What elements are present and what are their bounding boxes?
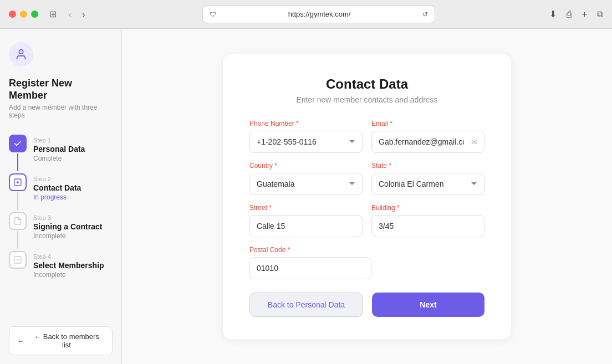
main-content: Contact Data Enter new member contacts a…	[122, 29, 612, 364]
back-to-members-label: ← Back to members list	[29, 332, 104, 349]
step-content-4: Step 4 Select Membership Incomplete	[33, 251, 104, 290]
step-line-1	[17, 153, 18, 171]
country-group: Country * Guatemala	[249, 162, 363, 195]
step-connector-1	[9, 135, 27, 172]
postal-row: Postal Code *	[249, 246, 484, 279]
step-line-3	[17, 231, 18, 249]
street-input[interactable]	[249, 215, 363, 237]
back-to-members-button[interactable]: ← ← Back to members list	[9, 326, 113, 355]
email-input[interactable]	[371, 131, 484, 153]
step-item-1: Step 1 Personal Data Complete	[9, 135, 113, 173]
forward-arrow-icon[interactable]: ›	[79, 8, 89, 21]
step-label-4: Step 4	[33, 253, 104, 260]
app-layout: Register New Member Add a new member wit…	[0, 29, 612, 364]
maximize-button[interactable]	[31, 11, 38, 18]
step-connector-4	[9, 251, 27, 269]
phone-label: Phone Number *	[249, 120, 363, 127]
step-icon-1	[9, 135, 27, 152]
step-label-1: Step 1	[33, 137, 85, 143]
lock-icon: 🛡	[210, 11, 216, 18]
step-item-4: Step 4 Select Membership Incomplete	[9, 251, 113, 290]
step-label-3: Step 3	[33, 214, 102, 221]
country-state-row: Country * Guatemala State * Colonia El C…	[249, 162, 484, 195]
browser-chrome: ⊞ ‹ › 🛡 https://gymtek.com/ ↺ ⬇ ⎙ + ⧉	[0, 0, 612, 29]
back-arrow-left-icon: ←	[17, 337, 24, 345]
step-item-3: Step 3 Signing a Contract Incomplete	[9, 212, 113, 251]
step-content-2: Step 2 Contact Data In progress	[33, 173, 81, 212]
form-actions: Back to Personal Data Next	[249, 293, 484, 317]
step-name-2: Contact Data	[33, 183, 81, 192]
address-bar[interactable]: 🛡 https://gymtek.com/ ↺	[202, 6, 435, 23]
step-icon-3	[9, 212, 27, 230]
street-group: Street *	[249, 204, 363, 237]
avatar	[9, 42, 33, 66]
share-icon[interactable]: ⎙	[567, 9, 572, 19]
state-label: State *	[371, 162, 484, 170]
phone-email-row: Phone Number * +1-202-555-0116 Email * ✉	[249, 120, 484, 153]
sidebar-subtitle: Add a new member with three steps	[9, 104, 113, 119]
phone-select[interactable]: +1-202-555-0116	[249, 131, 363, 153]
email-group: Email * ✉	[371, 120, 484, 153]
step-connector-2	[9, 173, 27, 211]
step-status-3: Incomplete	[33, 232, 102, 240]
form-title: Contact Data	[249, 76, 484, 92]
step-status-1: Complete	[33, 155, 85, 162]
new-tab-icon[interactable]: +	[582, 9, 587, 19]
postal-label: Postal Code *	[249, 246, 371, 254]
step-name-3: Signing a Contract	[33, 222, 102, 231]
step-label-2: Step 2	[33, 176, 81, 182]
sidebar-toggle-icon[interactable]: ⊞	[49, 9, 57, 19]
browser-actions: ⬇ ⎙ + ⧉	[549, 9, 603, 19]
back-arrow-icon[interactable]: ‹	[65, 8, 75, 21]
step-status-2: In progress	[33, 193, 81, 201]
reload-icon[interactable]: ↺	[422, 11, 428, 18]
step-content-1: Step 1 Personal Data Complete	[33, 135, 85, 173]
url-text: https://gymtek.com/	[220, 10, 419, 18]
step-connector-3	[9, 212, 27, 250]
building-label: Building *	[371, 204, 484, 212]
email-label: Email *	[371, 120, 484, 127]
browser-nav: ‹ ›	[65, 8, 88, 21]
email-icon: ✉	[471, 137, 478, 146]
minimize-button[interactable]	[20, 11, 27, 18]
download-icon[interactable]: ⬇	[549, 9, 557, 19]
step-status-4: Incomplete	[33, 271, 104, 279]
tabs-overview-icon[interactable]: ⧉	[597, 9, 603, 19]
step-name-1: Personal Data	[33, 145, 85, 153]
postal-group: Postal Code *	[249, 246, 371, 279]
step-name-4: Select Membership	[33, 261, 104, 270]
traffic-lights	[9, 11, 38, 18]
state-select[interactable]: Colonia El Carmen	[371, 173, 484, 195]
back-to-personal-data-button[interactable]: Back to Personal Data	[249, 293, 363, 317]
postal-input[interactable]	[249, 257, 371, 279]
sidebar: Register New Member Add a new member wit…	[0, 29, 122, 364]
email-input-wrapper: ✉	[371, 131, 484, 153]
street-building-row: Street * Building *	[249, 204, 484, 237]
phone-group: Phone Number * +1-202-555-0116	[249, 120, 363, 153]
country-select[interactable]: Guatemala	[249, 173, 363, 195]
step-icon-2	[9, 173, 27, 191]
building-input[interactable]	[371, 215, 484, 237]
building-group: Building *	[371, 204, 484, 237]
address-bar-container: 🛡 https://gymtek.com/ ↺	[95, 6, 542, 23]
step-content-3: Step 3 Signing a Contract Incomplete	[33, 212, 102, 251]
street-label: Street *	[249, 204, 363, 212]
svg-point-0	[19, 50, 23, 54]
step-line-2	[17, 192, 18, 210]
form-card: Contact Data Enter new member contacts a…	[223, 54, 511, 339]
sidebar-title: Register New Member	[9, 78, 113, 101]
steps-list: Step 1 Personal Data Complete	[9, 135, 113, 326]
country-label: Country *	[249, 162, 363, 170]
step-item-2: Step 2 Contact Data In progress	[9, 173, 113, 212]
next-button[interactable]: Next	[372, 293, 484, 317]
state-group: State * Colonia El Carmen	[371, 162, 484, 195]
form-subtitle: Enter new member contacts and address	[249, 95, 484, 104]
close-button[interactable]	[9, 11, 16, 18]
step-icon-4	[9, 251, 27, 269]
